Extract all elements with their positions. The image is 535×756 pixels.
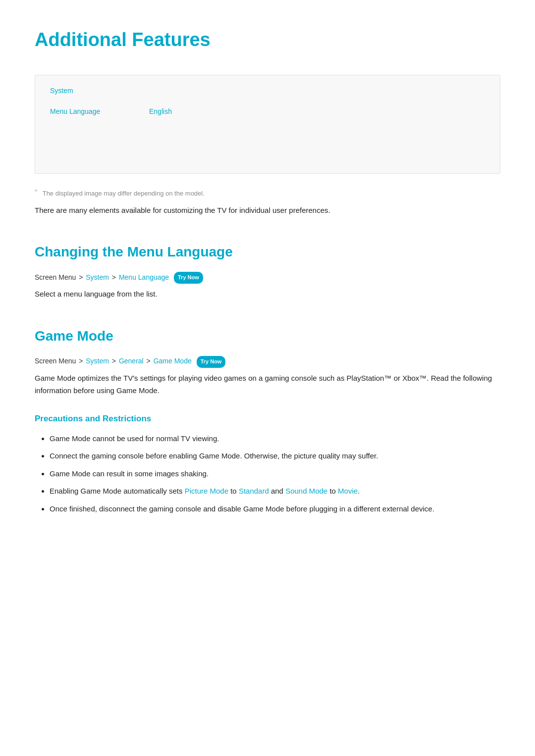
breadcrumb-menu-language-link[interactable]: Menu Language xyxy=(119,273,169,281)
chevron-icon-2: > xyxy=(112,273,118,281)
standard-link[interactable]: Standard xyxy=(239,487,269,495)
movie-link[interactable]: Movie xyxy=(338,487,358,495)
section-changing-menu-language: Changing the Menu Language Screen Menu >… xyxy=(35,236,500,300)
chevron-icon-1: > xyxy=(79,273,85,281)
ui-menu-language-label: Menu Language xyxy=(50,106,109,117)
picture-mode-link[interactable]: Picture Mode xyxy=(185,487,228,495)
breadcrumb-system-gm-link[interactable]: System xyxy=(86,357,109,365)
bullet-text-1: Game Mode cannot be used for normal TV v… xyxy=(50,434,219,443)
try-now-badge-game-mode[interactable]: Try Now xyxy=(197,356,226,368)
chevron-icon-gm-2: > xyxy=(112,357,118,365)
list-item: Once finished, disconnect the gaming con… xyxy=(50,503,500,515)
ui-menu-row: Menu Language English xyxy=(50,106,485,117)
section-desc-changing-menu-language: Select a menu language from the list. xyxy=(35,288,500,301)
bullet-text-4c: and xyxy=(269,487,285,495)
breadcrumb-game-mode-link[interactable]: Game Mode xyxy=(154,357,192,365)
precautions-list: Game Mode cannot be used for normal TV v… xyxy=(35,432,500,515)
breadcrumb-changing-menu-language: Screen Menu > System > Menu Language Try… xyxy=(35,271,500,284)
bullet-text-3: Game Mode can result in some images shak… xyxy=(50,469,209,478)
subsection-precautions: Precautions and Restrictions Game Mode c… xyxy=(35,412,500,515)
list-item: Connect the gaming console before enabli… xyxy=(50,450,500,462)
section-desc-game-mode: Game Mode optimizes the TV's settings fo… xyxy=(35,372,500,397)
breadcrumb-prefix: Screen Menu xyxy=(35,273,76,281)
bullet-text-2: Connect the gaming console before enabli… xyxy=(50,452,378,460)
bullet-text-4d: to xyxy=(327,487,338,495)
list-item: Game Mode cannot be used for normal TV v… xyxy=(50,432,500,445)
section-game-mode: Game Mode Screen Menu > System > General… xyxy=(35,320,500,515)
breadcrumb-prefix-gm: Screen Menu xyxy=(35,357,76,365)
try-now-badge-menu-language[interactable]: Try Now xyxy=(174,272,203,284)
list-item: Enabling Game Mode automatically sets Pi… xyxy=(50,485,500,498)
subsection-title-precautions: Precautions and Restrictions xyxy=(35,412,500,425)
breadcrumb-general-gm-link[interactable]: General xyxy=(119,357,144,365)
ui-menu-language-value: English xyxy=(149,106,172,117)
bullet-text-4b: to xyxy=(228,487,239,495)
note-quote-char: " xyxy=(35,189,38,197)
bullet-text-5: Once finished, disconnect the gaming con… xyxy=(50,504,434,513)
page-title: Additional Features xyxy=(35,25,500,55)
bullet-text-4e: . xyxy=(358,487,360,495)
note-text: The displayed image may differ depending… xyxy=(43,189,205,199)
breadcrumb-game-mode: Screen Menu > System > General > Game Mo… xyxy=(35,355,500,367)
note-line: " The displayed image may differ dependi… xyxy=(35,189,500,199)
chevron-icon-gm-3: > xyxy=(147,357,153,365)
chevron-icon-gm-1: > xyxy=(79,357,85,365)
list-item: Game Mode can result in some images shak… xyxy=(50,467,500,480)
breadcrumb-system-link[interactable]: System xyxy=(86,273,109,281)
ui-system-label: System xyxy=(50,85,485,96)
section-title-changing-menu-language: Changing the Menu Language xyxy=(35,236,500,263)
bullet-text-4a: Enabling Game Mode automatically sets xyxy=(50,487,185,495)
section-title-game-mode: Game Mode xyxy=(35,320,500,348)
ui-screenshot-box: System Menu Language English xyxy=(35,75,500,174)
sound-mode-link[interactable]: Sound Mode xyxy=(285,487,327,495)
intro-text: There are many elements available for cu… xyxy=(35,204,500,217)
